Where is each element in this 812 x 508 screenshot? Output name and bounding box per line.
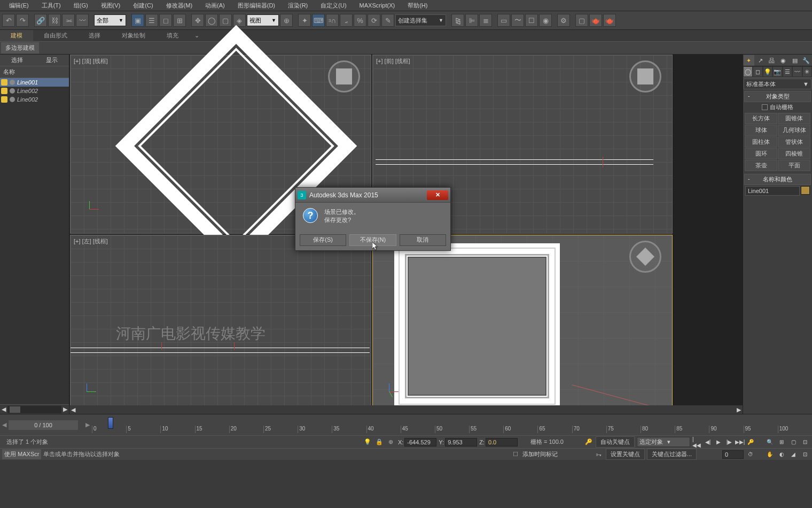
scene-item-line001[interactable]: Line001	[0, 78, 69, 87]
select-icon[interactable]: ▣	[131, 14, 144, 27]
panel-hscroll[interactable]: ◀ ▶	[0, 404, 69, 414]
dialog-titlebar[interactable]: 3 Autodesk 3ds Max 2015 ✕	[295, 188, 450, 203]
snaps-3d-icon[interactable]: 3∩	[326, 14, 339, 27]
menu-modifiers[interactable]: 修改器(M)	[160, 1, 199, 11]
rotate-icon[interactable]: ◯	[205, 14, 218, 27]
cancel-button[interactable]: 取消	[400, 234, 446, 246]
add-time-tag[interactable]: 添加时间标记	[522, 450, 558, 458]
menu-edit[interactable]: 编辑(E)	[3, 1, 35, 11]
chevron-down-icon[interactable]: ⌄	[189, 30, 205, 41]
lock-selection-icon[interactable]: 🔒	[374, 437, 384, 447]
close-button[interactable]: ✕	[427, 190, 448, 200]
layers-icon[interactable]: ≣	[479, 14, 492, 27]
pan-icon[interactable]: ✋	[765, 450, 775, 459]
menu-maxscript[interactable]: MAXScript(X)	[353, 1, 402, 10]
edit-named-icon[interactable]: ✎	[381, 14, 394, 27]
viewcube[interactable]	[629, 60, 661, 93]
maximize-viewport-icon[interactable]: ⊡	[800, 450, 810, 459]
move-icon[interactable]: ✥	[191, 14, 204, 27]
key-icon[interactable]: 🔑	[584, 437, 594, 447]
set-key-button[interactable]: 设置关键点	[606, 449, 645, 460]
zoom-icon[interactable]: 🔍	[765, 437, 775, 447]
lights-icon[interactable]: 💡	[763, 66, 772, 77]
ribbon-polygon-modeling[interactable]: 多边形建模	[1, 42, 39, 53]
geosphere-button[interactable]: 几何球体	[778, 125, 810, 136]
spinner-snap-icon[interactable]: ⟳	[368, 14, 380, 27]
display-tab-icon[interactable]: ▤	[790, 55, 800, 66]
cameras-icon[interactable]: 📷	[772, 66, 782, 77]
utilities-tab-icon[interactable]: 🔧	[801, 55, 812, 66]
cylinder-button[interactable]: 圆柱体	[745, 136, 777, 148]
scene-item-line002[interactable]: Line002	[0, 87, 69, 95]
render-setup-icon[interactable]: ⚙	[557, 14, 570, 27]
modify-tab-icon[interactable]: ↗	[755, 55, 766, 66]
menu-graph-editors[interactable]: 图形编辑器(D)	[231, 1, 282, 11]
ribbon-toggle-icon[interactable]: ▭	[497, 14, 510, 27]
menu-group[interactable]: 组(G)	[67, 1, 95, 11]
y-coord-input[interactable]	[445, 438, 477, 447]
menu-tools[interactable]: 工具(T)	[35, 1, 67, 11]
systems-icon[interactable]: ✳	[802, 66, 812, 77]
save-button[interactable]: 保存(S)	[300, 234, 346, 246]
dont-save-button[interactable]: 不保存(N)	[349, 234, 396, 246]
link-icon[interactable]: 🔗	[34, 14, 47, 27]
viewport-scrollbar[interactable]: ◀ ▶	[69, 405, 743, 414]
render-iterative-icon[interactable]: 🫖	[603, 14, 616, 27]
select-name-icon[interactable]: ☰	[145, 14, 158, 27]
ribbon-tab-populate[interactable]: 填充	[156, 30, 189, 41]
manipulate-icon[interactable]: ✦	[298, 14, 311, 27]
key-icon-2[interactable]: 🗝	[594, 450, 604, 459]
frame-input[interactable]	[722, 450, 744, 459]
wave-icon[interactable]: 〰	[76, 14, 89, 27]
shapes-icon[interactable]: ◻	[753, 66, 762, 77]
keyboard-shortcut-icon[interactable]: ⌨	[312, 14, 325, 27]
goto-start-icon[interactable]: |◀◀	[692, 437, 702, 447]
menu-customize[interactable]: 自定义(U)	[314, 1, 353, 11]
tube-button[interactable]: 管状体	[778, 136, 810, 148]
lock-icon[interactable]: 💡	[363, 437, 372, 447]
ref-coord-dropdown[interactable]: 视图▼	[247, 14, 279, 26]
hierarchy-tab-icon[interactable]: 品	[767, 55, 777, 66]
render-prod-icon[interactable]: 🫖	[589, 14, 602, 27]
key-mode-icon[interactable]: 🔑	[746, 437, 755, 447]
render-frame-icon[interactable]: ▢	[575, 14, 588, 27]
pyramid-button[interactable]: 四棱锥	[778, 148, 810, 159]
sphere-button[interactable]: 球体	[745, 125, 777, 136]
panel-tab-select[interactable]: 选择	[0, 55, 35, 66]
schematic-icon[interactable]: ☐	[525, 14, 538, 27]
box-button[interactable]: 长方体	[745, 113, 777, 124]
menu-help[interactable]: 帮助(H)	[401, 1, 434, 11]
selection-filter-dropdown[interactable]: 全部▼	[94, 14, 126, 26]
absolute-mode-icon[interactable]: ⊕	[386, 437, 396, 447]
ribbon-tab-object-paint[interactable]: 对象绘制	[111, 30, 156, 41]
isolate-icon[interactable]: ☐	[511, 450, 520, 459]
viewcube[interactable]	[629, 241, 661, 273]
window-crossing-icon[interactable]: ⊞	[173, 14, 186, 27]
scroll-right-icon[interactable]: ▶	[61, 406, 69, 413]
maxscript-tab[interactable]: 使用 MAXScr	[2, 449, 41, 459]
plane-button[interactable]: 平面	[778, 160, 810, 171]
fov-icon[interactable]: ◢	[788, 450, 798, 459]
goto-end-icon[interactable]: ▶▶|	[735, 437, 745, 447]
key-target-dropdown[interactable]: 选定对象▾	[637, 437, 690, 447]
placement-icon[interactable]: ◈	[233, 14, 246, 27]
redo-icon[interactable]: ↷	[16, 14, 29, 27]
mirror-icon[interactable]: ⧎	[451, 14, 464, 27]
panel-tab-display[interactable]: 显示	[35, 55, 69, 66]
motion-tab-icon[interactable]: ◉	[778, 55, 789, 66]
timeline-right-icon[interactable]: ▶	[83, 421, 92, 428]
align-icon[interactable]: ⊫	[465, 14, 478, 27]
zoom-extents-icon[interactable]: ▢	[788, 437, 798, 447]
pivot-icon[interactable]: ⊕	[280, 14, 293, 27]
snaps-angle-icon[interactable]: ⦟	[340, 14, 353, 27]
play-icon[interactable]: ▶	[714, 437, 723, 447]
curve-editor-icon[interactable]: 〜	[511, 14, 524, 27]
scroll-left-icon[interactable]: ◀	[0, 406, 7, 413]
space-warps-icon[interactable]: 〰	[792, 66, 802, 77]
cone-button[interactable]: 圆锥体	[778, 113, 810, 124]
z-coord-input[interactable]	[486, 438, 518, 447]
ribbon-tab-modeling[interactable]: 建模	[0, 30, 33, 41]
named-set-dropdown[interactable]: 创建选择集▼	[395, 14, 446, 26]
bind-icon[interactable]: ⫘	[62, 14, 75, 27]
rect-region-icon[interactable]: ◻	[159, 14, 172, 27]
